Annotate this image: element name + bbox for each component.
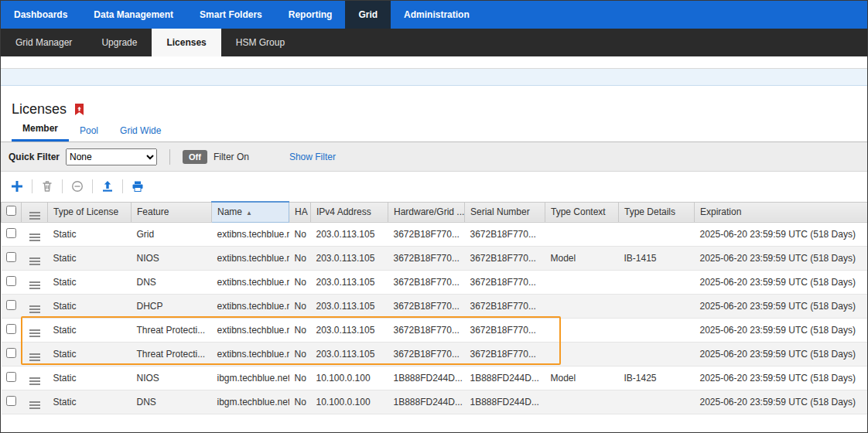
row-menu-icon[interactable] bbox=[29, 401, 40, 409]
cell-name: extibns.techblue.n... bbox=[212, 294, 289, 318]
cell-expiration: 2025-06-20 23:59:59 UTC (518 Days) bbox=[695, 366, 868, 390]
sort-asc-icon: ▲ bbox=[246, 210, 252, 216]
action-toolbar bbox=[1, 172, 867, 201]
cell-feature: Grid bbox=[132, 222, 212, 246]
cell-expiration: 2025-06-20 23:59:59 UTC (518 Days) bbox=[695, 342, 868, 366]
filter-off-toggle[interactable]: Off bbox=[183, 150, 207, 164]
col-type-context[interactable]: Type Context bbox=[545, 202, 619, 222]
table-row[interactable]: Static DNS extibns.techblue.n... No 203.… bbox=[2, 270, 868, 294]
table-row[interactable]: Static DHCP extibns.techblue.n... No 203… bbox=[2, 294, 868, 318]
cell-hardware-grid: 3672B18F770... bbox=[388, 294, 465, 318]
row-menu-icon[interactable] bbox=[29, 234, 40, 241]
col-ha[interactable]: HA bbox=[289, 202, 311, 222]
col-feature[interactable]: Feature bbox=[132, 202, 212, 222]
quick-filter-label: Quick Filter bbox=[9, 152, 60, 162]
select-all-checkbox[interactable] bbox=[6, 206, 16, 216]
table-row[interactable]: Static Threat Protecti... extibns.techbl… bbox=[2, 342, 868, 366]
print-icon[interactable] bbox=[129, 178, 146, 195]
cell-type-of-license: Static bbox=[48, 294, 132, 318]
cell-type-details bbox=[619, 342, 695, 366]
col-name[interactable]: Name▲ bbox=[212, 202, 289, 222]
table-row[interactable]: Static NIOS ibgm.techblue.net No 10.100.… bbox=[2, 366, 868, 390]
show-filter-link[interactable]: Show Filter bbox=[289, 152, 336, 162]
cell-type-context: Model bbox=[545, 366, 619, 390]
nav-reporting[interactable]: Reporting bbox=[275, 1, 346, 29]
row-menu-icon[interactable] bbox=[29, 281, 40, 289]
tab-pool[interactable]: Pool bbox=[69, 121, 109, 141]
filter-on-caption: Filter On bbox=[214, 152, 249, 162]
row-menu-icon[interactable] bbox=[29, 329, 40, 337]
export-icon[interactable] bbox=[99, 178, 116, 195]
cell-serial-number: 3672B18F770... bbox=[465, 246, 545, 270]
row-checkbox[interactable] bbox=[6, 372, 16, 382]
separator bbox=[122, 179, 123, 193]
tab-grid-wide[interactable]: Grid Wide bbox=[109, 121, 172, 141]
table-header-row: Type of License Feature Name▲ HA IPv4 Ad… bbox=[2, 202, 868, 222]
table-row[interactable]: Static Threat Protecti... extibns.techbl… bbox=[2, 318, 868, 342]
row-menu-icon[interactable] bbox=[29, 377, 40, 385]
cell-type-of-license: Static bbox=[48, 270, 132, 294]
col-ipv4-address[interactable]: IPv4 Address bbox=[311, 202, 388, 222]
col-expiration[interactable]: Expiration bbox=[695, 202, 868, 222]
cell-feature: DNS bbox=[132, 390, 212, 414]
cell-feature: Threat Protecti... bbox=[132, 318, 212, 342]
row-checkbox[interactable] bbox=[6, 252, 16, 262]
cell-expiration: 2025-06-20 23:59:59 UTC (518 Days) bbox=[695, 270, 868, 294]
cell-ipv4-address: 203.0.113.105 bbox=[311, 270, 388, 294]
table-row[interactable]: Static Grid extibns.techblue.n... No 203… bbox=[2, 222, 868, 246]
exclude-icon[interactable] bbox=[69, 178, 86, 195]
table-row[interactable]: Static NIOS extibns.techblue.n... No 203… bbox=[2, 246, 868, 270]
licenses-table: Type of License Feature Name▲ HA IPv4 Ad… bbox=[1, 201, 868, 414]
row-menu-icon[interactable] bbox=[29, 353, 40, 361]
col-serial-number[interactable]: Serial Number bbox=[465, 202, 545, 222]
cell-type-of-license: Static bbox=[48, 222, 132, 246]
add-icon[interactable] bbox=[9, 178, 26, 195]
cell-hardware-grid: 3672B18F770... bbox=[388, 222, 465, 246]
row-checkbox[interactable] bbox=[6, 324, 16, 334]
cell-type-details: IB-1425 bbox=[619, 366, 695, 390]
nav-data-management[interactable]: Data Management bbox=[80, 1, 186, 29]
nav-administration[interactable]: Administration bbox=[391, 1, 483, 29]
tab-member[interactable]: Member bbox=[12, 119, 69, 141]
cell-type-context bbox=[545, 342, 619, 366]
cell-type-context bbox=[545, 294, 619, 318]
cell-feature: NIOS bbox=[132, 366, 212, 390]
subnav-licenses[interactable]: Licenses bbox=[152, 29, 220, 56]
bookmark-flag-icon[interactable] bbox=[74, 104, 84, 116]
separator bbox=[62, 179, 63, 193]
subnav-hsm-group[interactable]: HSM Group bbox=[221, 29, 299, 56]
cell-ipv4-address: 10.100.0.100 bbox=[311, 390, 388, 414]
col-type-details[interactable]: Type Details bbox=[619, 202, 695, 222]
table-row[interactable]: Static DNS ibgm.techblue.net No 10.100.0… bbox=[2, 390, 868, 414]
row-checkbox[interactable] bbox=[6, 348, 16, 358]
cell-ipv4-address: 203.0.113.105 bbox=[311, 342, 388, 366]
row-checkbox[interactable] bbox=[6, 228, 16, 238]
nav-grid[interactable]: Grid bbox=[345, 1, 391, 29]
cell-type-context bbox=[545, 270, 619, 294]
subnav-upgrade[interactable]: Upgrade bbox=[87, 29, 152, 56]
nav-smart-folders[interactable]: Smart Folders bbox=[186, 1, 275, 29]
table-body: Static Grid extibns.techblue.n... No 203… bbox=[2, 222, 868, 414]
cell-type-context bbox=[545, 318, 619, 342]
row-checkbox[interactable] bbox=[6, 276, 16, 286]
header-menu-icon[interactable] bbox=[29, 212, 40, 220]
subnav-grid-manager[interactable]: Grid Manager bbox=[1, 29, 87, 56]
cell-name: extibns.techblue.n... bbox=[212, 318, 289, 342]
cell-feature: Threat Protecti... bbox=[132, 342, 212, 366]
delete-icon[interactable] bbox=[39, 178, 56, 195]
cell-expiration: 2025-06-20 23:59:59 UTC (518 Days) bbox=[695, 222, 868, 246]
nav-dashboards[interactable]: Dashboards bbox=[1, 1, 80, 29]
cell-type-details: IB-1415 bbox=[619, 246, 695, 270]
col-type-of-license[interactable]: Type of License bbox=[48, 202, 132, 222]
view-tabs: Member Pool Grid Wide bbox=[1, 121, 867, 142]
quick-filter-select[interactable]: None bbox=[66, 148, 157, 165]
collapsed-band-white bbox=[1, 56, 867, 69]
cell-type-of-license: Static bbox=[48, 366, 132, 390]
row-menu-icon[interactable] bbox=[29, 305, 40, 313]
row-checkbox[interactable] bbox=[6, 300, 16, 310]
cell-ipv4-address: 10.100.0.100 bbox=[311, 366, 388, 390]
row-checkbox[interactable] bbox=[6, 396, 16, 406]
col-hardware-grid[interactable]: Hardware/Grid ... bbox=[388, 202, 465, 222]
cell-hardware-grid: 3672B18F770... bbox=[388, 270, 465, 294]
row-menu-icon[interactable] bbox=[29, 257, 40, 265]
